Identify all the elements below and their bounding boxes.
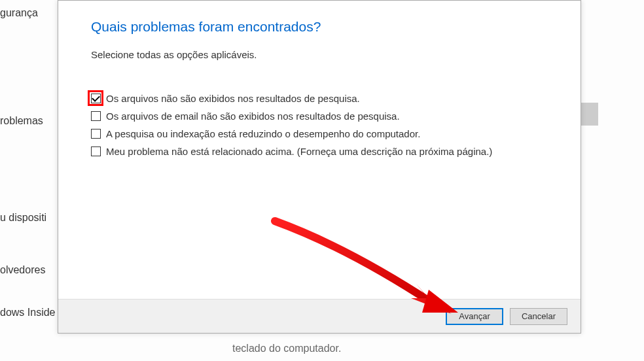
checkbox-email-not-shown[interactable] — [91, 111, 101, 121]
sidebar-item-label: dows Inside — [0, 304, 56, 321]
dialog-subtitle: Selecione todas as opções aplicáveis. — [91, 49, 548, 60]
dialog-footer: Avançar Cancelar — [58, 299, 581, 333]
option-row: Os arquivos não são exibidos nos resulta… — [91, 93, 548, 104]
checkbox-label: A pesquisa ou indexação está reduzindo o… — [106, 128, 420, 139]
next-button[interactable]: Avançar — [446, 308, 503, 325]
checkbox-label: Os arquivos de email não são exibidos no… — [106, 111, 400, 122]
checkbox-performance[interactable] — [91, 129, 101, 139]
background-element — [579, 103, 598, 126]
option-row: Os arquivos de email não são exibidos no… — [91, 111, 548, 122]
sidebar-item-label: u dispositi — [0, 209, 46, 226]
background-text: teclado do computador. — [232, 343, 341, 354]
checkbox-other-problem[interactable] — [91, 146, 101, 156]
sidebar-item-label: roblemas — [0, 112, 43, 129]
sidebar-item-label: gurança — [0, 5, 38, 22]
option-row: Meu problema não está relacionado acima.… — [91, 146, 548, 157]
dialog-content: Quais problemas foram encontrados? Selec… — [58, 1, 581, 294]
sidebar-item-label: olvedores — [0, 262, 45, 279]
checkbox-files-not-shown[interactable] — [91, 94, 101, 103]
checkbox-label: Meu problema não está relacionado acima.… — [106, 146, 492, 157]
checkbox-label: Os arquivos não são exibidos nos resulta… — [106, 93, 360, 104]
troubleshooter-dialog: Quais problemas foram encontrados? Selec… — [58, 0, 581, 334]
option-row: A pesquisa ou indexação está reduzindo o… — [91, 128, 548, 139]
dialog-title: Quais problemas foram encontrados? — [91, 19, 548, 35]
cancel-button[interactable]: Cancelar — [510, 308, 567, 325]
